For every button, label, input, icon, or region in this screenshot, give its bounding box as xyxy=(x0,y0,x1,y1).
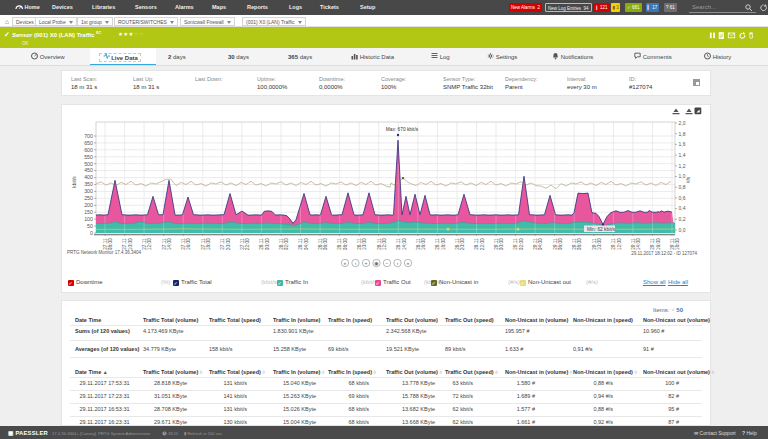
svg-text:1,4: 1,4 xyxy=(679,152,686,158)
svg-text:−: − xyxy=(386,260,389,266)
svg-text:0,2: 0,2 xyxy=(679,216,686,222)
svg-text:27.11: 27.11 xyxy=(162,238,167,250)
svg-text:12:00: 12:00 xyxy=(147,238,152,250)
svg-text:29.11: 29.11 xyxy=(533,238,538,250)
svg-text:28.11: 28.11 xyxy=(298,238,303,250)
svg-text:27.11: 27.11 xyxy=(240,238,245,250)
svg-text:400: 400 xyxy=(84,174,93,180)
svg-text:28.11: 28.11 xyxy=(357,238,362,250)
svg-text:0,6: 0,6 xyxy=(679,195,686,201)
svg-text:»: » xyxy=(407,260,410,266)
svg-text:27.11: 27.11 xyxy=(201,238,206,250)
svg-text:20:00: 20:00 xyxy=(226,238,231,250)
svg-text:27.11: 27.11 xyxy=(220,238,225,250)
svg-text:29.11.2017 18:12:02 - ID 12707: 29.11.2017 18:12:02 - ID 127074 xyxy=(631,251,697,256)
svg-text:650: 650 xyxy=(84,140,93,146)
svg-text:600: 600 xyxy=(84,147,93,153)
svg-text:550: 550 xyxy=(84,154,93,160)
svg-text:500: 500 xyxy=(84,161,93,167)
svg-text:29.11: 29.11 xyxy=(592,238,597,250)
svg-text:PRTG Network Monitor 17.4.36.3: PRTG Network Monitor 17.4.36.3404 xyxy=(67,250,141,255)
svg-text:16:00: 16:00 xyxy=(656,238,661,250)
svg-text:kbit/s: kbit/s xyxy=(71,176,77,188)
svg-text:28.11: 28.11 xyxy=(435,238,440,250)
svg-text:10:00: 10:00 xyxy=(597,238,602,250)
svg-text:08:00: 08:00 xyxy=(577,238,582,250)
svg-text:02:00: 02:00 xyxy=(519,238,524,250)
svg-text:06:00: 06:00 xyxy=(323,238,328,250)
svg-text:28.11: 28.11 xyxy=(337,238,342,250)
svg-text:29.11: 29.11 xyxy=(611,238,616,250)
svg-text:18:00: 18:00 xyxy=(675,238,680,250)
svg-text:29.11: 29.11 xyxy=(572,238,577,250)
svg-text:14:00: 14:00 xyxy=(167,238,172,250)
svg-text:0,0: 0,0 xyxy=(679,227,686,233)
svg-text:2,0: 2,0 xyxy=(679,120,686,126)
svg-text:29.11: 29.11 xyxy=(670,238,675,250)
svg-text:29.11: 29.11 xyxy=(494,238,499,250)
svg-text:700: 700 xyxy=(84,133,93,139)
svg-text:0,8: 0,8 xyxy=(679,184,686,190)
svg-text:04:00: 04:00 xyxy=(304,238,309,250)
svg-text:250: 250 xyxy=(84,195,93,201)
svg-text:22:00: 22:00 xyxy=(245,238,250,250)
svg-text:10:00: 10:00 xyxy=(128,238,133,250)
svg-text:28.11: 28.11 xyxy=(396,238,401,250)
svg-text:Max: 670 kbit/s: Max: 670 kbit/s xyxy=(386,127,419,132)
svg-text:1,6: 1,6 xyxy=(679,141,686,147)
svg-text:20:00: 20:00 xyxy=(460,238,465,250)
svg-text:150: 150 xyxy=(84,209,93,215)
svg-text:14:00: 14:00 xyxy=(636,238,641,250)
svg-text:Min: 62 kbit/s: Min: 62 kbit/s xyxy=(587,227,616,232)
svg-text:27.11: 27.11 xyxy=(181,238,186,250)
svg-text:28.11: 28.11 xyxy=(377,238,382,250)
svg-text:300: 300 xyxy=(84,188,93,194)
svg-text:02:00: 02:00 xyxy=(284,238,289,250)
svg-text:#/s: #/s xyxy=(685,176,691,183)
svg-text:08:00: 08:00 xyxy=(108,238,113,250)
svg-text:10:00: 10:00 xyxy=(362,238,367,250)
svg-text:28.11: 28.11 xyxy=(279,238,284,250)
svg-text:28.11: 28.11 xyxy=(416,238,421,250)
svg-text:12:00: 12:00 xyxy=(617,238,622,250)
svg-text:27.11: 27.11 xyxy=(122,238,127,250)
svg-text:27.11: 27.11 xyxy=(103,238,108,250)
svg-text:29.11: 29.11 xyxy=(553,238,558,250)
svg-text:28.11: 28.11 xyxy=(474,238,479,250)
svg-text:29.11: 29.11 xyxy=(631,238,636,250)
svg-text:0: 0 xyxy=(90,230,93,236)
svg-text:27.11: 27.11 xyxy=(142,238,147,250)
svg-text:450: 450 xyxy=(84,167,93,173)
svg-text:28.11: 28.11 xyxy=(259,238,264,250)
svg-text:18:00: 18:00 xyxy=(441,238,446,250)
svg-text:1,8: 1,8 xyxy=(679,131,686,137)
svg-text:0,4: 0,4 xyxy=(679,205,686,211)
svg-text:16:00: 16:00 xyxy=(421,238,426,250)
svg-text:28.11: 28.11 xyxy=(455,238,460,250)
svg-text:04:00: 04:00 xyxy=(538,238,543,250)
svg-text:29.11: 29.11 xyxy=(513,238,518,250)
svg-text:12:00: 12:00 xyxy=(382,238,387,250)
svg-text:100: 100 xyxy=(84,216,93,222)
svg-text:18:00: 18:00 xyxy=(206,238,211,250)
svg-text:200: 200 xyxy=(84,202,93,208)
svg-text:◉: ◉ xyxy=(374,260,378,266)
svg-text:16:00: 16:00 xyxy=(186,238,191,250)
svg-text:29.11: 29.11 xyxy=(650,238,655,250)
svg-text:00:00: 00:00 xyxy=(499,238,504,250)
svg-text:«: « xyxy=(344,260,347,266)
svg-text:350: 350 xyxy=(84,181,93,187)
svg-text:1,2: 1,2 xyxy=(679,163,686,169)
svg-text:22:00: 22:00 xyxy=(480,238,485,250)
svg-text:06:00: 06:00 xyxy=(558,238,563,250)
svg-text:+: + xyxy=(365,260,368,266)
svg-text:14:00: 14:00 xyxy=(402,238,407,250)
svg-text:00:00: 00:00 xyxy=(265,238,270,250)
svg-text:50: 50 xyxy=(87,223,93,229)
svg-text:28.11: 28.11 xyxy=(318,238,323,250)
svg-text:08:00: 08:00 xyxy=(343,238,348,250)
